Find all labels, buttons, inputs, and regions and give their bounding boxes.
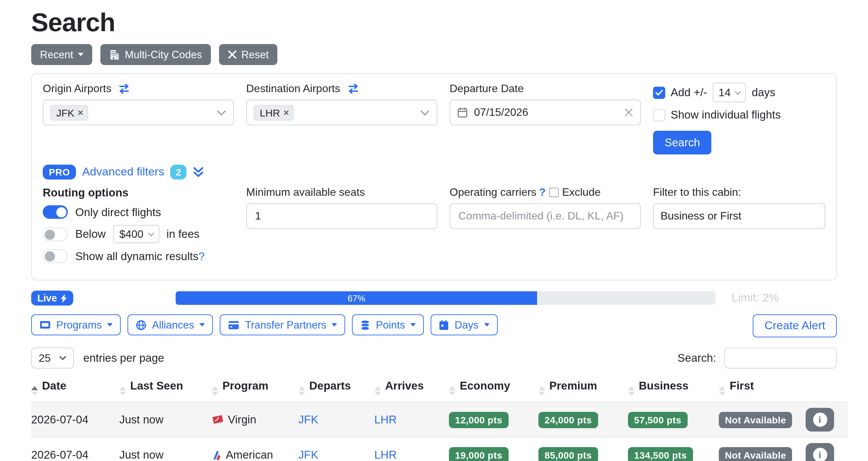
points-badge: 134,500 pts	[628, 447, 693, 461]
only-direct-label: Only direct flights	[75, 206, 161, 218]
departs-airport-link[interactable]: JFK	[298, 402, 374, 437]
points-dropdown-button[interactable]: Points	[352, 314, 424, 335]
points-badge: 57,500 pts	[628, 412, 687, 428]
points-badge: 85,000 pts	[538, 447, 598, 461]
help-icon[interactable]: ?	[539, 186, 546, 198]
transfer-partners-dropdown-button[interactable]: Transfer Partners	[220, 314, 345, 335]
progress-fill: 67%	[176, 291, 537, 305]
days-dropdown-button[interactable]: Days	[431, 314, 498, 335]
table-search-label: Search:	[677, 352, 716, 364]
cabin-value: Business or First	[660, 210, 741, 222]
recent-button[interactable]: Recent	[31, 44, 92, 65]
not-available-badge: Not Available	[719, 412, 792, 428]
table-row: 2026-07-04Just nowAmericanJFKLHR19,000 p…	[31, 437, 848, 461]
departure-date-input[interactable]: 07/15/2026	[450, 100, 641, 125]
routing-options-heading: Routing options	[43, 186, 234, 199]
sort-icon	[538, 386, 545, 396]
exclude-carriers-checkbox[interactable]	[549, 188, 559, 197]
remove-origin-tag-icon[interactable]: ×	[78, 107, 83, 118]
page-size-value: 25	[39, 352, 51, 364]
chevron-down-icon	[78, 53, 83, 56]
multi-city-codes-button[interactable]: Multi-City Codes	[100, 44, 211, 65]
clear-date-icon[interactable]	[624, 108, 633, 117]
column-label: Arrives	[385, 379, 424, 392]
alliances-dropdown-button[interactable]: Alliances	[127, 314, 213, 335]
column-label: Premium	[549, 379, 597, 392]
points-label: Points	[376, 319, 405, 331]
column-header-economy[interactable]: Economy	[449, 375, 538, 402]
cabin-select[interactable]: Business or First	[653, 203, 825, 229]
destination-airports-multiselect[interactable]: LHR ×	[246, 100, 437, 125]
days-icon	[439, 319, 449, 330]
column-label: Last Seen	[130, 379, 183, 392]
column-header-premium[interactable]: Premium	[538, 375, 628, 402]
date-cell: 2026-07-04	[31, 402, 119, 437]
business-cell: 57,500 pts	[628, 402, 719, 437]
fees-select[interactable]: $400	[113, 225, 159, 243]
american-logo-icon	[212, 449, 222, 460]
info-button[interactable]: i	[806, 443, 834, 461]
min-seats-label: Minimum available seats	[246, 186, 365, 198]
search-button[interactable]: Search	[653, 131, 712, 154]
column-header-program[interactable]: Program	[212, 375, 298, 402]
last-seen-cell: Just now	[119, 402, 212, 437]
page-size-select[interactable]: 25	[31, 348, 74, 369]
multi-city-codes-label: Multi-City Codes	[125, 48, 202, 61]
origin-airports-multiselect[interactable]: JFK ×	[43, 100, 234, 125]
column-header-business[interactable]: Business	[628, 375, 719, 402]
operating-carriers-input[interactable]	[450, 203, 641, 229]
chevron-down-icon	[484, 323, 489, 327]
arrives-airport-link[interactable]: LHR	[374, 402, 449, 437]
create-alert-button[interactable]: Create Alert	[753, 314, 837, 337]
arrives-airport-link[interactable]: LHR	[374, 437, 449, 461]
min-seats-input[interactable]	[246, 203, 437, 229]
fees-value: $400	[119, 228, 143, 240]
swap-airports-icon[interactable]	[346, 83, 360, 94]
fees-before-label: Below	[75, 228, 106, 240]
help-icon[interactable]: ?	[198, 250, 204, 262]
first-cell: Not Available	[719, 402, 806, 437]
dynamic-results-toggle[interactable]	[43, 249, 68, 263]
flex-days-select[interactable]: 14	[712, 83, 746, 102]
only-direct-toggle[interactable]	[43, 205, 68, 219]
column-header-date[interactable]: Date	[31, 375, 119, 402]
results-table-header: DateLast SeenProgramDepartsArrivesEconom…	[31, 375, 848, 402]
chevron-down-icon	[107, 323, 113, 327]
transfer-partners-icon	[228, 320, 239, 330]
points-badge: 12,000 pts	[449, 412, 508, 428]
program-name: American	[226, 448, 273, 461]
info-button[interactable]: i	[806, 408, 834, 432]
double-chevron-down-icon[interactable]	[193, 167, 204, 177]
departure-date-value: 07/15/2026	[474, 106, 528, 119]
programs-dropdown-button[interactable]: Programs	[31, 314, 121, 335]
swap-airports-icon[interactable]	[118, 83, 131, 94]
cabin-filter-label: Filter to this cabin:	[653, 186, 741, 198]
pro-badge: PRO	[43, 165, 76, 180]
remove-destination-tag-icon[interactable]: ×	[283, 107, 289, 118]
add-days-checkbox[interactable]	[653, 86, 665, 99]
fees-toggle[interactable]	[43, 227, 68, 241]
reset-button[interactable]: Reset	[219, 44, 278, 65]
programs-label: Programs	[56, 319, 102, 331]
live-badge: Live	[31, 291, 73, 306]
calendar-icon	[457, 107, 468, 118]
chevron-down-icon	[411, 323, 416, 327]
alliances-label: Alliances	[152, 319, 194, 331]
departs-airport-link[interactable]: JFK	[298, 437, 374, 461]
table-search-input[interactable]	[724, 348, 837, 369]
column-header-arrives[interactable]: Arrives	[374, 375, 449, 402]
advanced-filters-link[interactable]: Advanced filters	[82, 165, 164, 179]
destination-airport-code: LHR	[260, 107, 280, 118]
premium-cell: 85,000 pts	[538, 437, 628, 461]
show-individual-flights-checkbox[interactable]	[653, 109, 665, 121]
add-days-suffix-label: days	[752, 86, 775, 99]
sort-icon	[212, 386, 218, 396]
chevron-down-icon	[216, 109, 226, 116]
sort-icon	[119, 386, 126, 396]
column-header-departs[interactable]: Departs	[298, 375, 374, 402]
business-cell: 134,500 pts	[628, 437, 719, 461]
column-header-last-seen[interactable]: Last Seen	[119, 375, 212, 402]
show-individual-flights-label: Show individual flights	[671, 108, 781, 121]
points-badge: 19,000 pts	[449, 447, 508, 461]
column-header-first[interactable]: First	[719, 375, 806, 402]
